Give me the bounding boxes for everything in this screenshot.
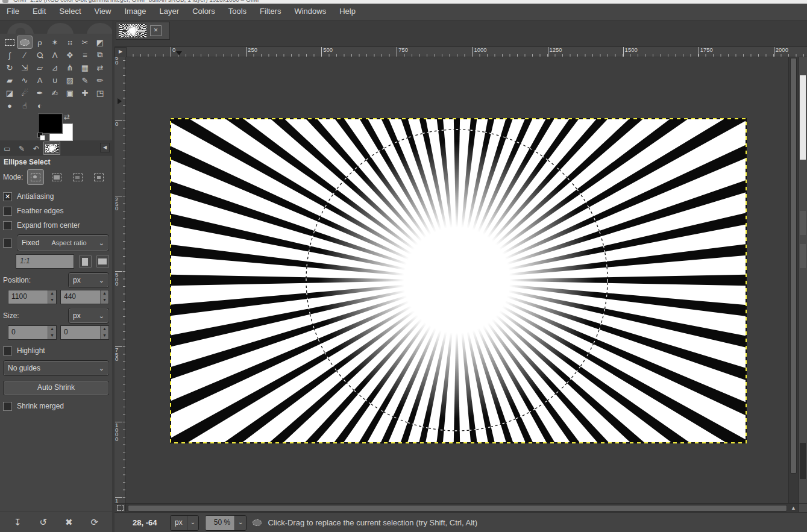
delete-tool-preset-button[interactable]: ✖: [61, 515, 77, 530]
position-y-spinner[interactable]: 440 ▲▼: [60, 290, 109, 304]
tool-blur-sharpen[interactable]: ●: [2, 99, 17, 112]
tool-handle-transform[interactable]: ⋔: [62, 61, 78, 74]
dock-collapse-button[interactable]: ◀: [100, 143, 110, 152]
menu-image[interactable]: Image: [118, 4, 152, 20]
position-unit-dropdown[interactable]: px ⌄: [68, 272, 109, 288]
auto-shrink-button[interactable]: Auto Shrink: [3, 381, 109, 395]
tool-color-picker[interactable]: ∕: [17, 48, 33, 61]
fixed-checkbox[interactable]: [3, 239, 12, 248]
tool-crop[interactable]: ⧉: [92, 48, 108, 61]
tool-ellipse-select[interactable]: [17, 36, 33, 49]
spinner-arrows-icon[interactable]: ▲▼: [48, 326, 56, 339]
menu-file[interactable]: File: [0, 4, 26, 20]
dock-tab-tool-options[interactable]: ▭: [0, 142, 14, 155]
navigation-preview-button[interactable]: ▲: [789, 504, 798, 512]
tool-paths[interactable]: ʃ: [2, 48, 17, 61]
tool-pencil[interactable]: ✎: [77, 74, 93, 87]
menu-windows[interactable]: Windows: [287, 4, 333, 20]
mode-replace-button[interactable]: [27, 169, 44, 185]
tool-foreground-select[interactable]: ◩: [92, 36, 108, 49]
tool-gradient[interactable]: ▨: [62, 74, 78, 87]
expand-from-center-checkbox[interactable]: [3, 221, 12, 230]
tool-dodge-burn[interactable]: ◐: [32, 99, 48, 112]
size-unit-dropdown[interactable]: px ⌄: [68, 308, 109, 324]
tool-select-by-color[interactable]: ⠶: [62, 36, 78, 49]
menu-filters[interactable]: Filters: [253, 4, 287, 20]
menu-view[interactable]: View: [88, 4, 118, 20]
tool-cage-transform[interactable]: ▰: [2, 74, 17, 87]
menu-help[interactable]: Help: [333, 4, 362, 20]
portrait-orientation-button[interactable]: [79, 255, 92, 268]
tool-zoom[interactable]: Ϙ: [32, 48, 48, 61]
spinner-arrows-icon[interactable]: ▲▼: [100, 326, 108, 339]
tool-free-select[interactable]: ρ: [32, 36, 48, 49]
zoom-dropdown[interactable]: 50 % ⌄: [205, 515, 246, 531]
feather-edges-checkbox[interactable]: [3, 207, 12, 216]
size-height-spinner[interactable]: 0 ▲▼: [60, 325, 109, 340]
tool-text[interactable]: A: [32, 74, 48, 87]
quick-mask-toggle[interactable]: [115, 504, 126, 512]
tool-perspective[interactable]: ⊿: [47, 61, 63, 74]
default-colors-icon[interactable]: [37, 133, 45, 140]
menu-select[interactable]: Select: [52, 4, 87, 20]
fixed-rule-dropdown[interactable]: Fixed Aspect ratio ⌄: [17, 234, 109, 251]
tool-mypaint-brush[interactable]: ✍: [47, 86, 63, 99]
tool-align[interactable]: ≡: [77, 48, 93, 61]
canvas-viewport[interactable]: [126, 57, 788, 503]
image-tab[interactable]: ✕: [116, 22, 170, 40]
canvas-image[interactable]: [170, 118, 747, 443]
tool-rectangle-select[interactable]: [2, 36, 17, 49]
horizontal-scrollbar[interactable]: [126, 504, 789, 512]
tool-eraser[interactable]: ◪: [2, 86, 17, 99]
save-tool-preset-button[interactable]: ↧: [10, 515, 25, 530]
unit-dropdown[interactable]: px ⌄: [170, 515, 199, 531]
vertical-ruler[interactable]: - 2 5 002 5 05 0 07 5 01 0 0 01 2 5 0: [115, 57, 126, 503]
position-x-spinner[interactable]: 1100 ▲▼: [8, 290, 57, 304]
close-tab-icon[interactable]: ✕: [150, 25, 162, 36]
spinner-arrows-icon[interactable]: ▲▼: [48, 290, 56, 304]
mode-subtract-button[interactable]: [69, 169, 86, 185]
tool-airbrush[interactable]: ☄: [17, 86, 33, 99]
highlight-checkbox[interactable]: [3, 346, 12, 355]
tool-flip[interactable]: ⇄: [92, 61, 108, 74]
image-menu-button[interactable]: ▶: [115, 47, 127, 58]
horizontal-ruler[interactable]: 025050075010001250150017502000: [127, 47, 807, 57]
guides-dropdown[interactable]: No guides ⌄: [3, 360, 109, 376]
tool-clone[interactable]: ▣: [62, 86, 78, 99]
tool-perspective-clone[interactable]: ◳: [92, 86, 108, 99]
tool-paintbrush[interactable]: ✏: [92, 74, 108, 87]
shrink-merged-checkbox[interactable]: [3, 402, 12, 411]
tool-scale[interactable]: ⇲: [17, 61, 33, 74]
tool-3d-transform[interactable]: ▦: [77, 61, 93, 74]
aspect-ratio-input[interactable]: 1:1: [16, 254, 74, 269]
tool-measure[interactable]: Λ: [47, 48, 63, 61]
foreground-color-swatch[interactable]: [39, 114, 62, 133]
tool-scissors-select[interactable]: ✂: [77, 36, 93, 49]
tool-warp-transform[interactable]: ∿: [17, 74, 33, 87]
vertical-scrollbar-thumb[interactable]: [790, 58, 797, 474]
mode-intersect-button[interactable]: [90, 169, 107, 185]
swap-colors-icon[interactable]: ⇄: [64, 113, 70, 121]
menu-tools[interactable]: Tools: [222, 4, 253, 20]
tool-rotate[interactable]: ↻: [2, 61, 17, 74]
dock-tab-image-thumbnail[interactable]: [43, 142, 60, 155]
menu-layer[interactable]: Layer: [153, 4, 186, 20]
mode-add-button[interactable]: [48, 169, 65, 185]
reset-tool-options-button[interactable]: ⟳: [87, 515, 102, 530]
tool-bucket-fill[interactable]: ∪: [47, 74, 63, 87]
tool-move[interactable]: ✥: [62, 48, 78, 61]
landscape-orientation-button[interactable]: [96, 255, 109, 268]
tool-fuzzy-select[interactable]: ✶: [47, 36, 63, 49]
dock-tab-device-status[interactable]: ✎: [14, 142, 29, 155]
size-width-spinner[interactable]: 0 ▲▼: [8, 325, 57, 340]
tool-ink[interactable]: ✒: [32, 86, 48, 99]
tool-shear[interactable]: ▱: [32, 61, 48, 74]
spinner-arrows-icon[interactable]: ▲▼: [100, 290, 108, 304]
horizontal-scrollbar-thumb[interactable]: [128, 505, 787, 512]
menu-edit[interactable]: Edit: [26, 4, 52, 20]
tool-smudge[interactable]: ☝: [17, 99, 33, 112]
restore-tool-preset-button[interactable]: ↺: [36, 515, 51, 530]
menu-colors[interactable]: Colors: [186, 4, 222, 20]
vertical-scrollbar[interactable]: [788, 57, 798, 503]
dock-tab-undo-history[interactable]: ↶: [29, 142, 43, 155]
